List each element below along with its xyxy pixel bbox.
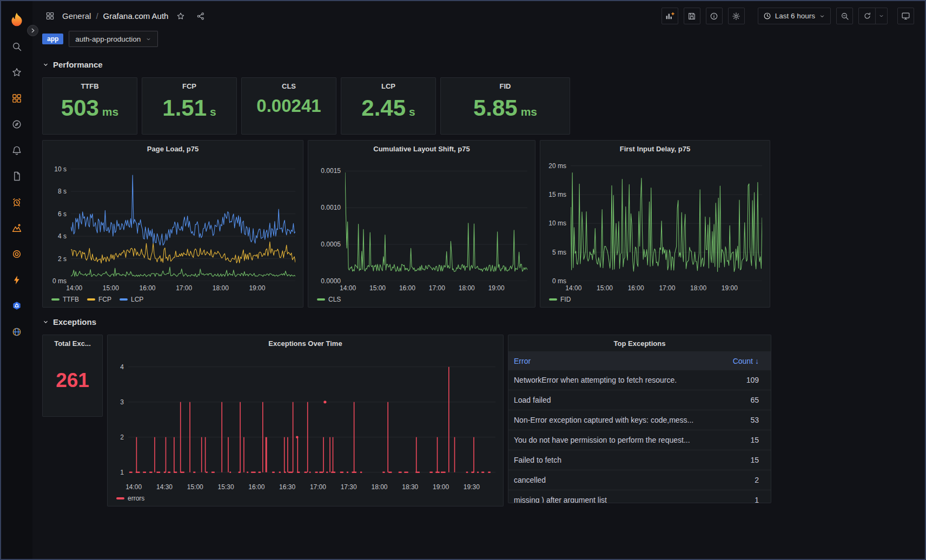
y-axis-label: 0 ms bbox=[52, 277, 67, 285]
sidebar-item-kubernetes[interactable] bbox=[4, 293, 29, 319]
sidebar-item-profiles[interactable] bbox=[4, 267, 29, 293]
plot-area[interactable]: 0 ms5 ms10 ms15 ms20 ms14:0015:0016:0017… bbox=[571, 160, 762, 281]
dashboard-insights-button[interactable] bbox=[706, 8, 723, 24]
legend-item-errors[interactable]: errors bbox=[116, 495, 144, 502]
sidebar-item-incident[interactable] bbox=[4, 241, 29, 267]
x-axis-label: 15:00 bbox=[597, 284, 613, 292]
column-header-error[interactable]: Error bbox=[514, 357, 531, 365]
plot-area[interactable]: 0 ms2 s4 s6 s8 s10 s14:0015:0016:0017:00… bbox=[71, 160, 295, 281]
column-header-count[interactable]: Count ↓ bbox=[733, 357, 759, 365]
table-row: Non-Error exception captured with keys: … bbox=[508, 410, 771, 430]
legend-swatch bbox=[51, 298, 59, 301]
y-axis-label: 3 bbox=[120, 398, 124, 406]
sidebar-item-explore[interactable] bbox=[4, 111, 29, 137]
sidebar-item-search[interactable] bbox=[4, 34, 29, 59]
y-axis-label: 20 ms bbox=[548, 162, 566, 170]
panel-title[interactable]: Page Load, p75 bbox=[43, 141, 303, 157]
x-axis-label: 14:00 bbox=[340, 284, 356, 292]
app-dropdown[interactable]: auth-app-production bbox=[69, 31, 158, 47]
legend-label: FCP bbox=[98, 296, 111, 303]
y-axis-label: 2 bbox=[120, 434, 124, 441]
panel-title[interactable]: Total Exc... bbox=[43, 335, 102, 351]
sidebar-item-machine-learning[interactable] bbox=[4, 215, 29, 241]
table-row: cancelled2 bbox=[508, 470, 771, 490]
section-performance[interactable]: Performance bbox=[42, 56, 103, 73]
panel-title[interactable]: TTFB bbox=[43, 78, 137, 94]
chevron-down-icon bbox=[145, 36, 151, 42]
sidebar-expand-button[interactable] bbox=[27, 25, 38, 36]
panel-title[interactable]: Top Exceptions bbox=[508, 335, 771, 351]
legend-item-lcp[interactable]: LCP bbox=[120, 296, 143, 303]
x-axis-label: 17:00 bbox=[310, 483, 326, 491]
kiosk-mode-button[interactable] bbox=[897, 8, 914, 24]
x-axis-label: 19:00 bbox=[722, 284, 738, 292]
sidebar-item-documents[interactable] bbox=[4, 163, 29, 189]
dashboard-filters: app auth-app-production bbox=[32, 29, 925, 54]
zoom-out-icon bbox=[841, 12, 849, 21]
x-axis-label: 17:30 bbox=[341, 483, 357, 491]
page-title: Grafana.com Auth bbox=[103, 11, 169, 21]
monitor-icon bbox=[901, 11, 910, 21]
zoom-out-button[interactable] bbox=[836, 8, 853, 24]
panel-title[interactable]: LCP bbox=[341, 78, 435, 94]
chart-legend: FID bbox=[549, 296, 571, 303]
sidebar-item-web-monitoring[interactable] bbox=[4, 319, 29, 345]
y-axis-label: 5 ms bbox=[552, 249, 566, 256]
globe-icon bbox=[11, 326, 22, 337]
sidebar-item-dashboards[interactable] bbox=[4, 85, 29, 111]
legend-item-ttfb[interactable]: TTFB bbox=[51, 296, 79, 303]
panel-title[interactable]: FCP bbox=[142, 78, 236, 94]
chart-canvas bbox=[128, 355, 495, 480]
y-axis-label: 15 ms bbox=[548, 191, 566, 198]
breadcrumb-section[interactable]: General bbox=[62, 11, 91, 21]
chart-canvas bbox=[345, 160, 527, 281]
x-axis-label: 15:00 bbox=[369, 284, 386, 292]
refresh-interval-dropdown[interactable] bbox=[875, 8, 888, 24]
x-axis-label: 15:30 bbox=[218, 483, 234, 491]
error-cell: Load failed bbox=[514, 396, 551, 404]
dashboard-settings-button[interactable] bbox=[728, 8, 745, 24]
legend-item-cls[interactable]: CLS bbox=[317, 296, 341, 303]
panel-title[interactable]: CLS bbox=[242, 78, 336, 94]
star-dashboard-button[interactable] bbox=[173, 9, 188, 24]
time-range-picker[interactable]: Last 6 hours bbox=[758, 8, 831, 24]
plot-area[interactable]: 0.00000.00050.00100.001514:0015:0016:001… bbox=[345, 160, 527, 281]
dashboards-grid-icon bbox=[11, 93, 22, 104]
sidebar-item-starred[interactable] bbox=[4, 59, 29, 85]
panel-title[interactable]: Cumulative Layout Shift, p75 bbox=[308, 141, 535, 157]
table-row: Load failed65 bbox=[508, 390, 771, 410]
tag-badge[interactable]: app bbox=[42, 34, 63, 44]
table-body: NetworkError when attempting to fetch re… bbox=[508, 370, 771, 503]
panel-first-input-delay: First Input Delay, p75 0 ms5 ms10 ms15 m… bbox=[540, 140, 770, 308]
sidebar-item-oncall[interactable] bbox=[4, 189, 29, 215]
legend-item-fcp[interactable]: FCP bbox=[87, 296, 111, 303]
panel-title[interactable]: First Input Delay, p75 bbox=[540, 141, 770, 157]
top-bar: General / Grafana.com Auth bbox=[32, 1, 925, 29]
y-axis-label: 0.0000 bbox=[321, 277, 341, 285]
legend-item-fid[interactable]: FID bbox=[549, 296, 571, 303]
panel-title[interactable]: Exceptions Over Time bbox=[108, 335, 503, 351]
section-exceptions[interactable]: Exceptions bbox=[42, 313, 96, 330]
x-axis-label: 16:00 bbox=[628, 284, 644, 292]
legend-swatch bbox=[549, 298, 557, 301]
y-axis-label: 0.0015 bbox=[321, 167, 341, 175]
plot-area[interactable]: 123414:0014:3015:0015:3016:0016:3017:001… bbox=[128, 355, 495, 480]
share-dashboard-button[interactable] bbox=[193, 9, 208, 24]
stat-panel-fcp: FCP1.51s bbox=[142, 77, 237, 135]
legend-label: LCP bbox=[131, 296, 143, 303]
star-icon bbox=[176, 12, 185, 21]
x-axis-label: 16:00 bbox=[399, 284, 415, 292]
mountains-icon bbox=[11, 223, 22, 234]
grafana-logo-icon[interactable] bbox=[4, 6, 29, 34]
error-cell: cancelled bbox=[514, 476, 546, 484]
count-cell: 2 bbox=[755, 476, 759, 484]
sidebar-item-alerting[interactable] bbox=[4, 137, 29, 163]
y-axis-label: 10 s bbox=[54, 165, 67, 173]
save-dashboard-button[interactable] bbox=[684, 8, 700, 24]
y-axis-label: 4 bbox=[120, 363, 124, 371]
star-icon bbox=[11, 67, 22, 78]
panel-title[interactable]: FID bbox=[441, 78, 570, 94]
x-axis-label: 19:00 bbox=[433, 483, 449, 491]
add-panel-button[interactable] bbox=[662, 8, 678, 24]
refresh-button[interactable] bbox=[858, 8, 875, 24]
